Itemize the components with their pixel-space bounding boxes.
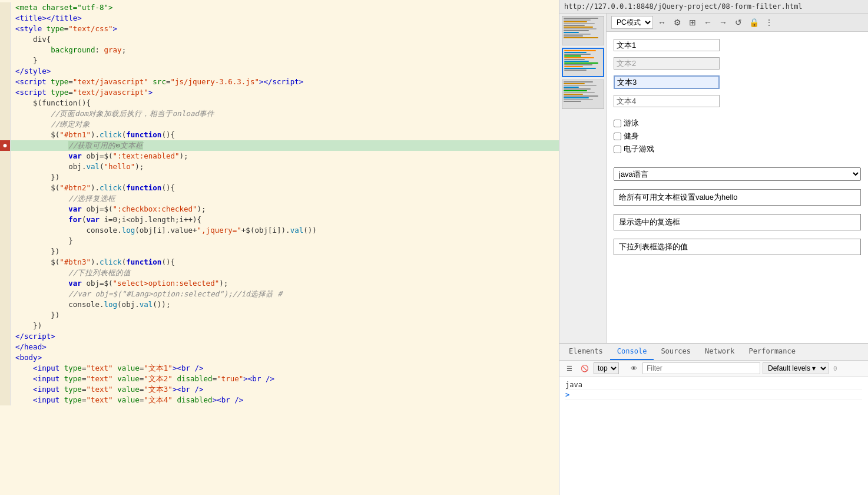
line-content: <style type="text/css"> — [11, 24, 559, 34]
line-content: //绑定对象 — [11, 119, 559, 130]
line-gutter — [0, 299, 11, 310]
thumbnail-1[interactable] — [562, 16, 604, 45]
line-content: } — [11, 55, 559, 66]
line-gutter — [0, 193, 11, 204]
console-filter-input[interactable] — [642, 362, 760, 374]
checkbox-gaming[interactable] — [614, 146, 621, 153]
code-line: } — [0, 55, 559, 66]
line-gutter — [0, 13, 11, 24]
console-context-select[interactable]: top — [594, 362, 619, 374]
checkbox-item-swim[interactable]: 游泳 — [614, 118, 861, 128]
console-clear-icon-btn[interactable]: 🚫 — [578, 362, 591, 375]
preview-input-3[interactable] — [614, 75, 720, 89]
preview-input-1[interactable] — [614, 39, 720, 51]
code-line: <meta charset="utf-8"> — [0, 2, 559, 13]
devtools-panel: http://127.0.0.1:8848/jQuery-project/08-… — [559, 0, 868, 495]
line-gutter — [0, 363, 11, 374]
code-line: background: gray; — [0, 45, 559, 55]
tab-network[interactable]: Network — [698, 344, 742, 360]
line-gutter — [0, 257, 11, 268]
console-output[interactable]: java > — [559, 377, 868, 495]
btn2[interactable]: 显示选中的复选框 — [614, 214, 861, 230]
line-content: } — [11, 236, 559, 246]
checkbox-item-fitness[interactable]: 健身 — [614, 131, 861, 141]
line-content: $("#btn3").click(function(){ — [11, 257, 559, 268]
code-line: }) — [0, 321, 559, 331]
line-content: div{ — [11, 34, 559, 45]
line-gutter — [0, 2, 11, 13]
tab-elements[interactable]: Elements — [562, 344, 610, 360]
console-eye-icon-btn[interactable]: 👁 — [627, 362, 640, 375]
preview-right: PC模式 ↔ ⚙ ⊞ ← → ↺ 🔒 ⋮ — [607, 14, 868, 343]
line-content: <body> — [11, 352, 559, 363]
preview-content: 游泳 健身 电子游戏 java语言 python语言 javascript语言 — [607, 32, 868, 343]
line-gutter — [0, 55, 11, 66]
devtools-tabs: Elements Console Sources Network Perform… — [559, 344, 868, 361]
code-line: var obj=$(":checkbox:checked"); — [0, 204, 559, 214]
line-gutter — [0, 321, 11, 331]
console-toolbar: ☰ 🚫 top 👁 Default levels ▾ 0 — [559, 361, 868, 377]
code-line: }) — [0, 246, 559, 257]
line-content: //选择复选框 — [11, 193, 559, 204]
checkbox-item-gaming[interactable]: 电子游戏 — [614, 144, 861, 154]
code-area[interactable]: <meta charset="utf-8"> <title></title> <… — [0, 0, 559, 495]
code-line: console.log(obj.val()); — [0, 299, 559, 310]
tab-performance[interactable]: Performance — [742, 344, 803, 360]
btn1[interactable]: 给所有可用文本框设置value为hello — [614, 189, 861, 206]
line-gutter — [0, 130, 11, 140]
fullscreen-icon-btn[interactable]: ⊞ — [686, 16, 699, 29]
tab-sources[interactable]: Sources — [654, 344, 698, 360]
console-sidebar-icon-btn[interactable]: ☰ — [563, 362, 576, 375]
checkbox-fitness[interactable] — [614, 133, 621, 140]
rotate-icon-btn[interactable]: ↔ — [655, 16, 668, 29]
code-line: console.log(obj[i].value+",jquery="+$(ob… — [0, 225, 559, 236]
line-gutter — [0, 204, 11, 214]
line-gutter — [0, 236, 11, 246]
checkbox-group: 游泳 健身 电子游戏 — [614, 118, 861, 154]
forward-icon-btn[interactable]: → — [717, 16, 730, 29]
code-line: $("#btn3").click(function(){ — [0, 257, 559, 268]
line-gutter — [0, 395, 11, 405]
line-content: $("#btn1").click(function(){ — [11, 130, 559, 140]
line-content: console.log(obj[i].value+",jquery="+$(ob… — [11, 225, 559, 236]
thumbnail-strip — [559, 14, 607, 343]
code-line: <input type="text" value="文本4" disabled>… — [0, 395, 559, 405]
code-line: //绑定对象 — [0, 119, 559, 130]
code-line: <script type="text/javascript"> — [0, 87, 559, 98]
code-line: <input type="text" value="文本2" disabled=… — [0, 374, 559, 384]
preview-select[interactable]: java语言 python语言 javascript语言 — [614, 167, 861, 181]
thumbnail-3[interactable] — [562, 80, 604, 109]
settings-icon-btn[interactable]: ⚙ — [671, 16, 684, 29]
btn3[interactable]: 下拉列表框选择的值 — [614, 239, 861, 255]
line-content: //下拉列表框的值 — [11, 268, 559, 278]
checkbox-swim[interactable] — [614, 120, 621, 127]
line-gutter — [0, 108, 11, 119]
device-toolbar: PC模式 ↔ ⚙ ⊞ ← → ↺ 🔒 ⋮ — [607, 14, 868, 32]
tab-console[interactable]: Console — [610, 344, 654, 360]
refresh-icon-btn[interactable]: ↺ — [732, 16, 745, 29]
line-content: }) — [11, 310, 559, 321]
back-icon-btn[interactable]: ← — [701, 16, 714, 29]
code-line: </style> — [0, 66, 559, 77]
line-content: //页面dom对象加载后执行，相当于onload事件 — [11, 108, 559, 119]
line-content: }) — [11, 172, 559, 183]
checkbox-label-gaming: 电子游戏 — [624, 144, 654, 154]
code-line: </script> — [0, 331, 559, 342]
more-icon-btn[interactable]: ⋮ — [763, 16, 776, 29]
editor-panel: <meta charset="utf-8"> <title></title> <… — [0, 0, 559, 495]
thumb-lines — [564, 18, 602, 44]
device-select[interactable]: PC模式 — [611, 16, 653, 29]
line-content: </script> — [11, 331, 559, 342]
lock-icon-btn[interactable]: 🔒 — [747, 16, 760, 29]
console-level-select[interactable]: Default levels ▾ — [763, 362, 829, 374]
line-gutter — [0, 45, 11, 55]
line-gutter — [0, 151, 11, 161]
console-line-caret[interactable]: > — [565, 390, 862, 400]
code-line: for(var i=0;i<obj.length;i++){ — [0, 214, 559, 225]
line-content: <input type="text" value="文本3"><br /> — [11, 384, 559, 395]
line-gutter — [0, 331, 11, 342]
thumbnail-2[interactable] — [562, 48, 604, 77]
line-content: //var obj=$("#Lang>option:selected");//i… — [11, 289, 559, 299]
line-content: <script type="text/javascript"> — [11, 87, 559, 98]
line-gutter — [0, 225, 11, 236]
